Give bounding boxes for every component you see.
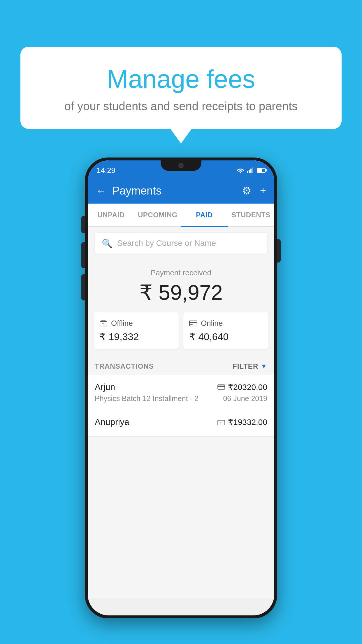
online-label: Online bbox=[201, 319, 223, 328]
settings-icon[interactable]: ⚙ bbox=[242, 185, 251, 197]
app-header: ← Payments ⚙ + bbox=[88, 178, 274, 204]
tab-students[interactable]: STUDENTS bbox=[228, 204, 274, 226]
speech-bubble-title: Manage fees bbox=[35, 64, 327, 94]
payment-received-amount: ₹ 59,972 bbox=[88, 280, 274, 305]
transaction-amount-row: ₹ ₹19332.00 bbox=[217, 417, 267, 427]
svg-rect-10 bbox=[218, 385, 225, 389]
phone-notch bbox=[161, 160, 201, 171]
speech-bubble: Manage fees of your students and send re… bbox=[20, 47, 342, 129]
svg-rect-1 bbox=[247, 171, 248, 173]
tab-upcoming[interactable]: UPCOMING bbox=[134, 204, 181, 226]
svg-rect-9 bbox=[190, 324, 193, 325]
search-bar[interactable]: 🔍 Search by Course or Name bbox=[95, 233, 267, 254]
transaction-amount: ₹20320.00 bbox=[228, 382, 267, 392]
svg-text:₹: ₹ bbox=[102, 323, 104, 326]
offline-card-header: ₹ Offline bbox=[99, 319, 173, 328]
offline-payment-icon: ₹ bbox=[217, 419, 225, 425]
battery-icon bbox=[257, 168, 266, 173]
transaction-name: Anupriya bbox=[95, 417, 129, 427]
transaction-amount: ₹19332.00 bbox=[228, 417, 267, 427]
camera-dot bbox=[178, 163, 184, 168]
online-card-header: Online bbox=[189, 319, 263, 328]
search-icon: 🔍 bbox=[102, 238, 113, 249]
phone-volume-down-button bbox=[81, 274, 85, 300]
transaction-date: 06 June 2019 bbox=[223, 394, 267, 403]
status-icons bbox=[236, 167, 266, 173]
table-row[interactable]: Arjun ₹20320.00 Physics Batch 12 Install… bbox=[88, 375, 274, 410]
offline-icon: ₹ bbox=[99, 319, 108, 328]
table-row[interactable]: Anupriya ₹ ₹19332.00 bbox=[88, 410, 274, 437]
phone-screen: 14:29 bbox=[88, 160, 274, 615]
filter-label: FILTER bbox=[233, 362, 258, 370]
filter-icon: ▼ bbox=[261, 363, 267, 370]
offline-label: Offline bbox=[111, 319, 133, 328]
tabs-bar: UNPAID UPCOMING PAID STUDENTS bbox=[88, 204, 274, 227]
svg-rect-3 bbox=[250, 169, 252, 173]
svg-rect-2 bbox=[249, 170, 250, 173]
transaction-list: Arjun ₹20320.00 Physics Batch 12 Install… bbox=[88, 375, 274, 437]
svg-rect-7 bbox=[189, 321, 197, 326]
svg-rect-4 bbox=[252, 167, 253, 173]
app-content: 14:29 bbox=[88, 160, 274, 598]
add-icon[interactable]: + bbox=[260, 185, 266, 197]
back-button[interactable]: ← bbox=[96, 185, 106, 197]
transactions-header: TRANSACTIONS FILTER ▼ bbox=[88, 355, 274, 375]
phone-power-button bbox=[277, 239, 281, 262]
online-card: Online ₹ 40,640 bbox=[183, 312, 268, 349]
svg-rect-8 bbox=[189, 322, 197, 323]
offline-card: ₹ Offline ₹ 19,332 bbox=[94, 312, 179, 349]
transactions-label: TRANSACTIONS bbox=[95, 362, 154, 370]
phone-mute-button bbox=[81, 216, 85, 233]
svg-text:₹: ₹ bbox=[220, 421, 222, 424]
signal-icon bbox=[247, 167, 253, 173]
transaction-top: Arjun ₹20320.00 bbox=[95, 382, 267, 392]
phone-frame: 14:29 bbox=[85, 158, 277, 618]
search-container: 🔍 Search by Course or Name bbox=[88, 227, 274, 260]
wifi-icon bbox=[236, 167, 245, 173]
search-placeholder: Search by Course or Name bbox=[117, 239, 216, 248]
offline-amount: ₹ 19,332 bbox=[99, 331, 173, 342]
filter-button[interactable]: FILTER ▼ bbox=[233, 362, 267, 370]
header-title: Payments bbox=[112, 185, 233, 197]
phone-volume-up-button bbox=[81, 242, 85, 268]
online-icon bbox=[189, 321, 197, 326]
payment-received-section: Payment received ₹ 59,972 bbox=[88, 260, 274, 312]
transaction-course: Physics Batch 12 Installment - 2 bbox=[95, 394, 198, 403]
status-time: 14:29 bbox=[96, 166, 115, 175]
payment-received-label: Payment received bbox=[88, 268, 274, 277]
speech-bubble-subtitle: of your students and send receipts to pa… bbox=[35, 100, 327, 113]
payment-cards-row: ₹ Offline ₹ 19,332 Online bbox=[88, 312, 274, 355]
svg-point-0 bbox=[240, 172, 241, 173]
transaction-top: Anupriya ₹ ₹19332.00 bbox=[95, 417, 267, 427]
tab-paid[interactable]: PAID bbox=[181, 204, 228, 226]
transaction-bottom: Physics Batch 12 Installment - 2 06 June… bbox=[95, 394, 267, 403]
svg-rect-11 bbox=[218, 386, 225, 387]
tab-unpaid[interactable]: UNPAID bbox=[88, 204, 134, 226]
card-payment-icon bbox=[217, 384, 225, 390]
transaction-amount-row: ₹20320.00 bbox=[217, 382, 267, 392]
transaction-name: Arjun bbox=[95, 382, 115, 392]
online-amount: ₹ 40,640 bbox=[189, 331, 263, 342]
